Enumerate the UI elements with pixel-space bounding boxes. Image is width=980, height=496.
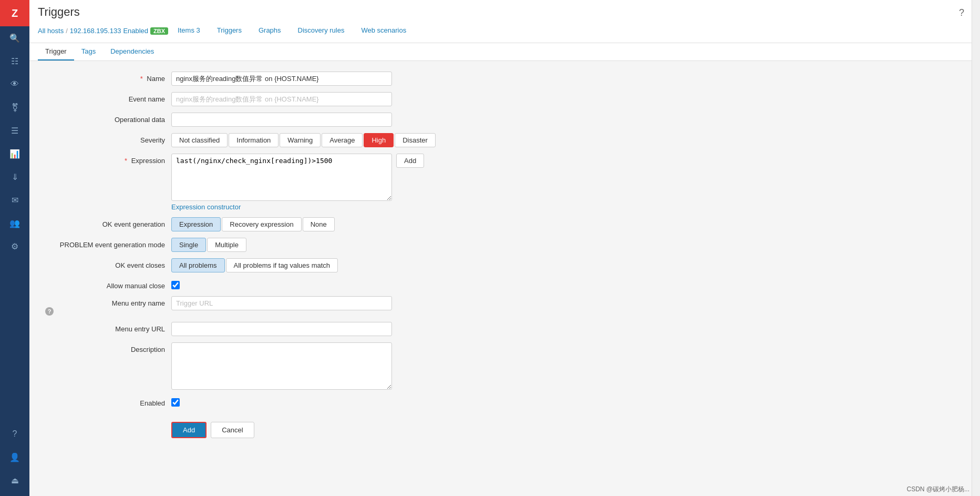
ok-event-recovery-btn[interactable]: Recovery expression [222,217,301,231]
ok-event-all-problems-btn[interactable]: All problems [171,258,225,272]
allow-manual-close-row: Allow manual close [45,279,956,290]
menu-entry-name-input[interactable] [171,296,392,310]
name-input[interactable] [171,72,392,86]
ok-event-none-btn[interactable]: None [303,217,335,231]
sidebar-help-icon[interactable]: ? [0,422,29,446]
ok-event-closes-group: All problems All problems if tag values … [171,258,338,272]
tab-tags[interactable]: Tags [74,43,103,60]
menu-entry-help-icon[interactable]: ? [45,307,54,316]
menu-entry-name-label: Menu entry name ? [45,296,171,316]
sidebar-user-icon[interactable]: 👤 [0,446,29,469]
menu-entry-name-row: Menu entry name ? [45,296,956,316]
sidebar-dashboard-icon[interactable]: ☷ [0,49,29,73]
severity-label: Severity [45,133,171,144]
operational-data-input[interactable] [171,113,392,127]
name-label: * Name [45,72,171,83]
problem-event-mode-row: PROBLEM event generation mode Single Mul… [45,238,956,252]
severity-average[interactable]: Average [322,133,363,147]
nav-graphs[interactable]: Graphs [251,23,288,38]
sidebar-nodes-icon[interactable]: ⚧ [0,96,29,119]
sidebar-envelope-icon[interactable]: ✉ [0,188,29,211]
nav-triggers[interactable]: Triggers [210,23,249,38]
form-area: * Name Event name Operational data Sever… [29,61,972,496]
sidebar-list-icon[interactable]: ☰ [0,119,29,142]
description-row: Description [45,342,956,390]
nav-items[interactable]: Items 3 [170,23,208,38]
severity-warning[interactable]: Warning [280,133,321,147]
enabled-row: Enabled [45,396,956,407]
breadcrumb-sep1: / [66,27,68,35]
action-buttons-row: Add Cancel [45,413,956,438]
top-header: Triggers All hosts / 192.168.195.133 Ena… [29,0,972,43]
sidebar-eye-icon[interactable]: 👁 [0,73,29,96]
ok-event-gen-label: OK event generation [45,217,171,228]
sidebar-chart-icon[interactable]: 📊 [0,142,29,165]
operational-data-label: Operational data [45,113,171,124]
cancel-button[interactable]: Cancel [211,422,254,438]
breadcrumb-ip[interactable]: 192.168.195.133 [70,27,121,35]
breadcrumb: All hosts / 192.168.195.133 Enabled ZBX … [38,23,963,38]
menu-entry-url-label: Menu entry URL [45,322,171,333]
tab-dependencies[interactable]: Dependencies [103,43,161,60]
sidebar-users-icon[interactable]: 👥 [0,211,29,235]
breadcrumb-status[interactable]: Enabled [123,27,148,35]
enabled-wrap [171,396,180,407]
problem-event-single-btn[interactable]: Single [171,238,206,252]
ok-event-tag-values-btn[interactable]: All problems if tag values match [226,258,338,272]
ok-event-expression-btn[interactable]: Expression [171,217,221,231]
expression-wrap: last(/nginx/check_nginx[reading])>1500 A… [171,154,424,211]
allow-manual-close-label: Allow manual close [45,279,171,290]
event-name-input[interactable] [171,92,392,106]
page-title: Triggers [38,5,963,19]
ok-event-closes-row: OK event closes All problems All problem… [45,258,956,272]
ok-event-generation-row: OK event generation Expression Recovery … [45,217,956,231]
scrollbar[interactable] [972,0,980,496]
nav-discovery-rules[interactable]: Discovery rules [291,23,352,38]
main-area: Triggers All hosts / 192.168.195.133 Ena… [29,0,972,496]
expression-add-button[interactable]: Add [396,154,424,168]
expression-label: * Expression [45,154,171,165]
action-buttons: Add Cancel [171,422,254,438]
allow-manual-close-wrap [171,279,180,289]
description-textarea[interactable] [171,342,392,390]
content-tabs: Trigger Tags Dependencies [29,43,972,61]
zbx-badge: ZBX [150,27,168,35]
problem-event-multiple-btn[interactable]: Multiple [207,238,246,252]
ok-event-closes-label: OK event closes [45,258,171,269]
footer-text: CSDN @碳烤小肥杨... [904,483,972,496]
menu-entry-url-row: Menu entry URL [45,322,956,336]
sidebar: Z 🔍 ☷ 👁 ⚧ ☰ 📊 ⇓ ✉ 👥 ⚙ ? 👤 ⏏ [0,0,29,496]
problem-event-mode-label: PROBLEM event generation mode [45,238,171,249]
expression-row: * Expression last(/nginx/check_nginx[rea… [45,154,956,211]
severity-not-classified[interactable]: Not classified [171,133,228,147]
help-button[interactable]: ? [959,7,964,18]
sidebar-search-icon[interactable]: 🔍 [0,26,29,49]
description-label: Description [45,342,171,353]
severity-group: Not classified Information Warning Avera… [171,133,436,147]
enabled-label: Enabled [45,396,171,407]
allow-manual-close-checkbox[interactable] [171,281,180,289]
sidebar-power-icon[interactable]: ⏏ [0,469,29,492]
problem-event-mode-group: Single Multiple [171,238,246,252]
severity-disaster[interactable]: Disaster [395,133,436,147]
sidebar-gear-icon[interactable]: ⚙ [0,235,29,258]
severity-high[interactable]: High [364,133,394,147]
operational-data-row: Operational data [45,113,956,127]
severity-information[interactable]: Information [229,133,278,147]
expression-textarea[interactable]: last(/nginx/check_nginx[reading])>1500 [171,154,392,201]
nav-web-scenarios[interactable]: Web scenarios [354,23,414,38]
ok-event-gen-group: Expression Recovery expression None [171,217,335,231]
enabled-checkbox[interactable] [171,398,180,407]
app-logo[interactable]: Z [0,0,29,26]
severity-row: Severity Not classified Information Warn… [45,133,956,147]
event-name-label: Event name [45,92,171,103]
name-row: * Name [45,72,956,86]
tab-trigger[interactable]: Trigger [38,43,74,60]
sidebar-download-icon[interactable]: ⇓ [0,165,29,188]
breadcrumb-all-hosts[interactable]: All hosts [38,27,64,35]
event-name-row: Event name [45,92,956,106]
expression-constructor-link[interactable]: Expression constructor [171,203,424,211]
add-button[interactable]: Add [171,422,207,438]
menu-entry-url-input[interactable] [171,322,392,336]
